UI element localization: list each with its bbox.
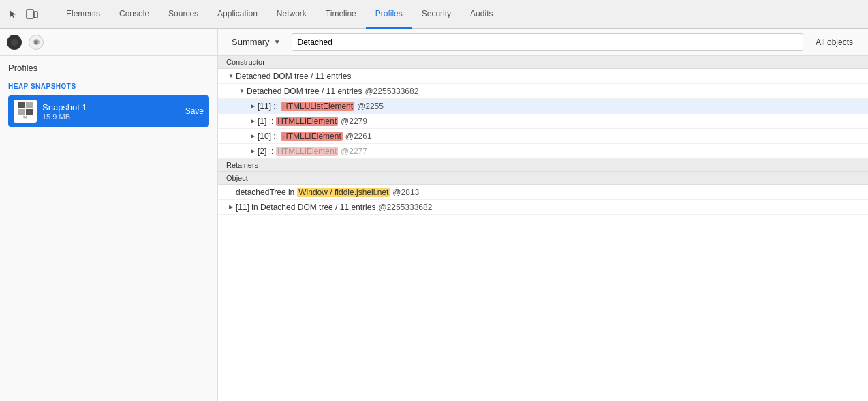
table-row[interactable]: ▶ [10] :: HTMLLIElement @2261	[218, 129, 868, 144]
tab-profiles[interactable]: Profiles	[366, 0, 412, 29]
table-row[interactable]: ▶ [2] :: HTMLLIElement @2277	[218, 144, 868, 159]
devtools-icons	[5, 7, 48, 22]
table-row[interactable]: ▶ [1] :: HTMLLIElement @2279	[218, 114, 868, 129]
snapshot-item[interactable]: % Snapshot 1 15.9 MB Save	[8, 95, 209, 127]
sidebar-content: Profiles HEAP SNAPSHOTS % Snapshot 1 15.…	[0, 56, 217, 401]
svg-rect-1	[34, 12, 37, 18]
tab-bar: Elements Console Sources Application Net…	[0, 0, 868, 29]
snapshot-size: 15.9 MB	[42, 113, 180, 121]
snapshot-name: Snapshot 1	[42, 102, 180, 113]
table-row[interactable]: ▶ [11] in Detached DOM tree / 11 entries…	[218, 200, 868, 215]
snapshot-icon: %	[14, 100, 37, 123]
content-toolbar: Summary ▼ All objects	[218, 29, 868, 56]
table-row[interactable]: ▼ Detached DOM tree / 11 entries @225533…	[218, 84, 868, 99]
object-header: Object	[218, 172, 868, 185]
table-area: Constructor ▼ Detached DOM tree / 11 ent…	[218, 56, 868, 401]
tab-audits[interactable]: Audits	[461, 0, 502, 29]
heap-snapshots-label: HEAP SNAPSHOTS	[8, 83, 209, 90]
tab-network[interactable]: Network	[267, 0, 316, 29]
filter-input[interactable]	[292, 33, 804, 51]
tree-toggle-icon[interactable]: ▶	[248, 102, 258, 111]
table-row[interactable]: ▼ Detached DOM tree / 11 entries	[218, 69, 868, 84]
tree-toggle-icon[interactable]: ▶	[248, 117, 258, 126]
main-layout: Profiles HEAP SNAPSHOTS % Snapshot 1 15.…	[0, 29, 868, 401]
retainers-header: Retainers	[218, 159, 868, 172]
tree-toggle-icon[interactable]: ▶	[226, 203, 236, 212]
stop-button[interactable]	[29, 35, 44, 50]
record-button[interactable]	[7, 35, 22, 50]
summary-label: Summary	[232, 37, 270, 47]
constructor-header: Constructor	[218, 56, 868, 69]
all-objects-button[interactable]: All objects	[809, 35, 860, 50]
dropdown-arrow-icon: ▼	[274, 38, 281, 46]
tab-security[interactable]: Security	[412, 0, 461, 29]
table-row[interactable]: ▶ [11] :: HTMLUListElement @2255	[218, 99, 868, 114]
tab-elements[interactable]: Elements	[57, 0, 110, 29]
snapshot-info: Snapshot 1 15.9 MB	[42, 102, 180, 121]
tree-toggle-icon[interactable]: ▶	[248, 132, 258, 141]
content-area: Summary ▼ All objects Constructor ▼ Deta…	[218, 29, 868, 401]
svg-rect-0	[27, 10, 33, 18]
tree-toggle-icon[interactable]: ▶	[248, 147, 258, 156]
snapshot-save-button[interactable]: Save	[185, 106, 204, 116]
tab-application[interactable]: Application	[208, 0, 267, 29]
sidebar: Profiles HEAP SNAPSHOTS % Snapshot 1 15.…	[0, 29, 218, 401]
tree-toggle-icon[interactable]: ▼	[226, 72, 236, 81]
tab-sources[interactable]: Sources	[159, 0, 208, 29]
sidebar-toolbar	[0, 29, 217, 56]
profiles-title: Profiles	[8, 63, 209, 73]
cursor-icon[interactable]	[5, 7, 20, 22]
table-row[interactable]: ▶ detachedTree in Window / fiddle.jshell…	[218, 185, 868, 200]
tab-console[interactable]: Console	[110, 0, 159, 29]
device-toggle-icon[interactable]	[25, 7, 40, 22]
tree-toggle-icon[interactable]: ▼	[237, 87, 247, 96]
tab-timeline[interactable]: Timeline	[316, 0, 366, 29]
summary-dropdown[interactable]: Summary ▼	[226, 34, 286, 50]
